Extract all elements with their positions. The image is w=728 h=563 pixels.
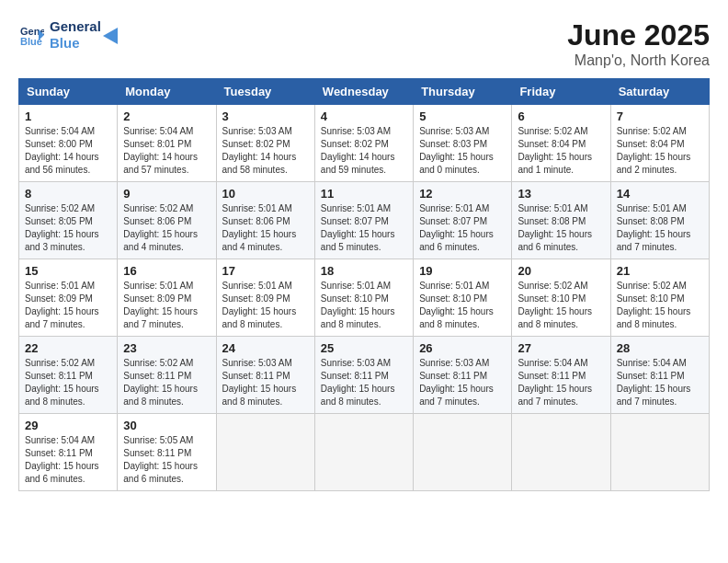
day-number: 5 [419, 109, 506, 123]
calendar-cell: 25Sunrise: 5:03 AM Sunset: 8:11 PM Dayli… [314, 337, 413, 414]
calendar-cell: 13Sunrise: 5:01 AM Sunset: 8:08 PM Dayli… [512, 182, 610, 259]
page-header: General Blue General Blue June 2025 Manp… [18, 18, 710, 69]
day-number: 22 [25, 341, 111, 355]
page-title: June 2025 [567, 18, 710, 52]
day-info: Sunrise: 5:02 AM Sunset: 8:06 PM Dayligh… [123, 202, 210, 254]
day-number: 15 [25, 264, 111, 278]
calendar-cell: 5Sunrise: 5:03 AM Sunset: 8:03 PM Daylig… [414, 105, 512, 182]
day-info: Sunrise: 5:01 AM Sunset: 8:09 PM Dayligh… [123, 280, 210, 331]
day-of-week-header: Wednesday [314, 79, 413, 105]
day-number: 23 [123, 341, 210, 355]
calendar-cell: 24Sunrise: 5:03 AM Sunset: 8:11 PM Dayli… [216, 337, 314, 414]
logo-blue: Blue [50, 35, 101, 52]
day-of-week-header: Saturday [610, 79, 709, 105]
day-number: 14 [617, 187, 703, 201]
day-number: 6 [518, 109, 604, 123]
day-number: 10 [222, 187, 309, 201]
day-number: 12 [419, 187, 506, 201]
day-number: 1 [25, 109, 111, 123]
day-info: Sunrise: 5:01 AM Sunset: 8:08 PM Dayligh… [518, 202, 604, 254]
day-info: Sunrise: 5:04 AM Sunset: 8:11 PM Dayligh… [518, 357, 604, 408]
day-number: 2 [123, 109, 210, 123]
day-of-week-header: Thursday [414, 79, 512, 105]
calendar-cell: 10Sunrise: 5:01 AM Sunset: 8:06 PM Dayli… [216, 182, 314, 259]
day-info: Sunrise: 5:02 AM Sunset: 8:04 PM Dayligh… [617, 125, 703, 177]
calendar-cell: 14Sunrise: 5:01 AM Sunset: 8:08 PM Dayli… [610, 182, 709, 259]
title-block: June 2025 Manp'o, North Korea [567, 18, 710, 69]
day-info: Sunrise: 5:04 AM Sunset: 8:11 PM Dayligh… [617, 357, 703, 408]
calendar-week-row: 1Sunrise: 5:04 AM Sunset: 8:00 PM Daylig… [19, 105, 710, 182]
logo-icon: General Blue [18, 22, 44, 48]
day-number: 18 [321, 264, 407, 278]
day-info: Sunrise: 5:01 AM Sunset: 8:10 PM Dayligh… [419, 280, 506, 331]
calendar-cell: 23Sunrise: 5:02 AM Sunset: 8:11 PM Dayli… [118, 337, 216, 414]
calendar-cell: 6Sunrise: 5:02 AM Sunset: 8:04 PM Daylig… [512, 105, 610, 182]
day-number: 26 [419, 341, 506, 355]
calendar-cell: 29Sunrise: 5:04 AM Sunset: 8:11 PM Dayli… [19, 414, 118, 491]
calendar-cell: 2Sunrise: 5:04 AM Sunset: 8:01 PM Daylig… [118, 105, 216, 182]
day-number: 28 [617, 341, 703, 355]
day-of-week-header: Friday [512, 79, 610, 105]
day-info: Sunrise: 5:01 AM Sunset: 8:07 PM Dayligh… [419, 202, 506, 254]
day-info: Sunrise: 5:01 AM Sunset: 8:08 PM Dayligh… [617, 202, 703, 254]
day-info: Sunrise: 5:01 AM Sunset: 8:06 PM Dayligh… [222, 202, 309, 254]
logo-arrow [103, 28, 121, 44]
day-info: Sunrise: 5:04 AM Sunset: 8:01 PM Dayligh… [123, 125, 210, 177]
calendar-table: SundayMondayTuesdayWednesdayThursdayFrid… [18, 78, 710, 491]
day-number: 25 [321, 341, 407, 355]
calendar-cell: 22Sunrise: 5:02 AM Sunset: 8:11 PM Dayli… [19, 337, 118, 414]
day-number: 30 [123, 419, 210, 432]
day-info: Sunrise: 5:01 AM Sunset: 8:07 PM Dayligh… [321, 202, 407, 254]
calendar-week-row: 29Sunrise: 5:04 AM Sunset: 8:11 PM Dayli… [19, 414, 710, 491]
calendar-cell: 15Sunrise: 5:01 AM Sunset: 8:09 PM Dayli… [19, 259, 118, 337]
calendar-cell: 30Sunrise: 5:05 AM Sunset: 8:11 PM Dayli… [118, 414, 216, 491]
calendar-cell: 19Sunrise: 5:01 AM Sunset: 8:10 PM Dayli… [414, 259, 512, 337]
day-of-week-header: Monday [118, 79, 216, 105]
day-info: Sunrise: 5:01 AM Sunset: 8:10 PM Dayligh… [321, 280, 407, 331]
calendar-cell [610, 414, 709, 491]
calendar-cell: 17Sunrise: 5:01 AM Sunset: 8:09 PM Dayli… [216, 259, 314, 337]
calendar-cell: 18Sunrise: 5:01 AM Sunset: 8:10 PM Dayli… [314, 259, 413, 337]
calendar-cell: 7Sunrise: 5:02 AM Sunset: 8:04 PM Daylig… [610, 105, 709, 182]
day-number: 27 [518, 341, 604, 355]
day-number: 17 [222, 264, 309, 278]
day-of-week-header: Tuesday [216, 79, 314, 105]
calendar-week-row: 15Sunrise: 5:01 AM Sunset: 8:09 PM Dayli… [19, 259, 710, 337]
calendar-cell: 20Sunrise: 5:02 AM Sunset: 8:10 PM Dayli… [512, 259, 610, 337]
calendar-cell [314, 414, 413, 491]
page-subtitle: Manp'o, North Korea [567, 52, 710, 69]
calendar-week-row: 8Sunrise: 5:02 AM Sunset: 8:05 PM Daylig… [19, 182, 710, 259]
day-info: Sunrise: 5:05 AM Sunset: 8:11 PM Dayligh… [123, 434, 210, 486]
day-info: Sunrise: 5:03 AM Sunset: 8:11 PM Dayligh… [222, 357, 309, 408]
day-info: Sunrise: 5:02 AM Sunset: 8:05 PM Dayligh… [25, 202, 111, 254]
calendar-cell: 16Sunrise: 5:01 AM Sunset: 8:09 PM Dayli… [118, 259, 216, 337]
day-info: Sunrise: 5:02 AM Sunset: 8:11 PM Dayligh… [25, 357, 111, 408]
calendar-cell: 11Sunrise: 5:01 AM Sunset: 8:07 PM Dayli… [314, 182, 413, 259]
day-number: 11 [321, 187, 407, 201]
logo-general: General [50, 18, 101, 35]
day-number: 3 [222, 109, 309, 123]
day-info: Sunrise: 5:01 AM Sunset: 8:09 PM Dayligh… [25, 280, 111, 331]
calendar-cell [512, 414, 610, 491]
calendar-cell [414, 414, 512, 491]
day-of-week-header: Sunday [19, 79, 118, 105]
calendar-header-row: SundayMondayTuesdayWednesdayThursdayFrid… [19, 79, 710, 105]
day-info: Sunrise: 5:02 AM Sunset: 8:10 PM Dayligh… [617, 280, 703, 331]
calendar-cell: 26Sunrise: 5:03 AM Sunset: 8:11 PM Dayli… [414, 337, 512, 414]
calendar-cell: 8Sunrise: 5:02 AM Sunset: 8:05 PM Daylig… [19, 182, 118, 259]
day-info: Sunrise: 5:03 AM Sunset: 8:02 PM Dayligh… [321, 125, 407, 177]
calendar-cell: 12Sunrise: 5:01 AM Sunset: 8:07 PM Dayli… [414, 182, 512, 259]
day-info: Sunrise: 5:02 AM Sunset: 8:04 PM Dayligh… [518, 125, 604, 177]
day-number: 4 [321, 109, 407, 123]
day-number: 16 [123, 264, 210, 278]
day-info: Sunrise: 5:03 AM Sunset: 8:03 PM Dayligh… [419, 125, 506, 177]
day-number: 7 [617, 109, 703, 123]
svg-marker-4 [103, 28, 118, 44]
day-info: Sunrise: 5:04 AM Sunset: 8:00 PM Dayligh… [25, 125, 111, 177]
day-info: Sunrise: 5:02 AM Sunset: 8:11 PM Dayligh… [123, 357, 210, 408]
calendar-cell: 21Sunrise: 5:02 AM Sunset: 8:10 PM Dayli… [610, 259, 709, 337]
day-info: Sunrise: 5:04 AM Sunset: 8:11 PM Dayligh… [25, 434, 111, 486]
calendar-cell: 9Sunrise: 5:02 AM Sunset: 8:06 PM Daylig… [118, 182, 216, 259]
day-number: 24 [222, 341, 309, 355]
calendar-cell: 1Sunrise: 5:04 AM Sunset: 8:00 PM Daylig… [19, 105, 118, 182]
